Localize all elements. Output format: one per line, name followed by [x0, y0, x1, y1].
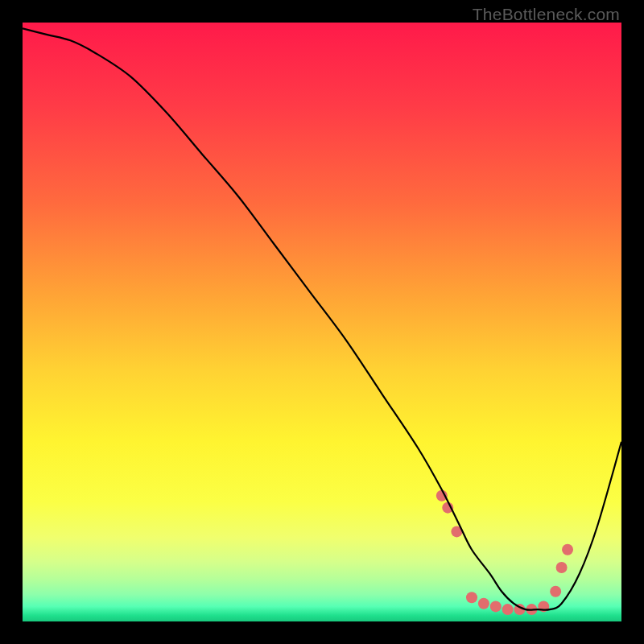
marker-dot	[478, 598, 489, 609]
marker-dot	[502, 604, 514, 615]
chart-canvas: TheBottleneck.com	[0, 0, 644, 644]
plot-area	[23, 23, 621, 621]
marker-dot	[490, 601, 502, 612]
marker-dot	[556, 562, 568, 573]
marker-dot	[466, 592, 477, 603]
bottleneck-curve	[23, 28, 621, 609]
curve-layer	[23, 23, 621, 621]
marker-dot	[550, 586, 561, 597]
watermark-text: TheBottleneck.com	[473, 5, 620, 24]
marker-dot	[562, 544, 573, 555]
